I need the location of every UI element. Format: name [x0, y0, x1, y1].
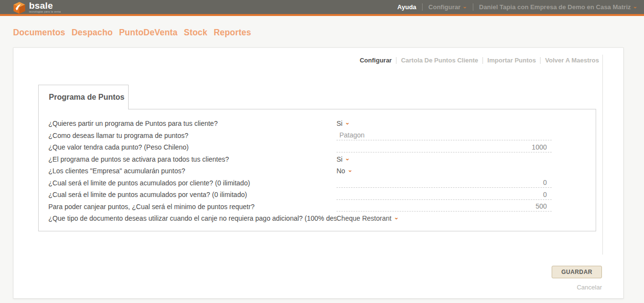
form-row: ¿Cual será el limite de puntos acumulado… — [39, 177, 596, 189]
number-input-cual-ser-el-limite-de-puntos-acumulados-[interactable]: 0 — [337, 178, 552, 188]
field-value: 0 — [337, 190, 552, 200]
points-program-form: ¿Quieres partir un programa de Puntos pa… — [38, 109, 596, 231]
field-label: ¿Los clientes "Empresa" acumularán punto… — [48, 167, 337, 175]
top-header-bar: bsale tecnologias para la venta Ayuda Co… — [0, 0, 644, 14]
field-value: 500 — [337, 201, 552, 212]
subnav-separator — [396, 57, 396, 64]
field-label: ¿Cual será el limite de puntos acumulado… — [48, 191, 337, 198]
chevron-down-icon[interactable]: ⌄ — [345, 155, 350, 162]
subnav-separator — [483, 57, 483, 64]
nav-item-reportes[interactable]: Reportes — [214, 28, 251, 38]
number-input-para-poder-canjear-puntos-cual-ser-el-mi[interactable]: 500 — [337, 201, 552, 212]
field-value: Patagon — [337, 130, 552, 140]
subnav-item-volver-a-maestros[interactable]: Volver A Maestros — [545, 57, 599, 64]
main-nav: DocumentosDespachoPuntoDeVentaStockRepor… — [13, 28, 251, 38]
vertical-divider — [602, 55, 603, 255]
orange-accent-bar — [0, 14, 644, 16]
subnav-item-importar-puntos[interactable]: Importar Puntos — [487, 57, 536, 64]
nav-item-despacho[interactable]: Despacho — [72, 28, 113, 38]
nav-item-documentos[interactable]: Documentos — [13, 28, 65, 38]
form-row: ¿Cual será el limite de puntos acumulado… — [39, 189, 596, 201]
subnav: ConfigurarCartola De Puntos ClienteImpor… — [360, 57, 599, 64]
form-rows: ¿Quieres partir un programa de Puntos pa… — [39, 118, 596, 225]
tab-title: Programa de Puntos — [49, 93, 124, 102]
header-separator — [473, 3, 473, 11]
text-input-como-deseas-llamar-tu-programa-de-puntos[interactable]: Patagon — [337, 130, 552, 140]
chevron-down-icon[interactable]: ⌄ — [463, 3, 467, 10]
field-label: ¿Como deseas llamar tu programa de punto… — [48, 132, 337, 139]
user-account-menu[interactable]: Daniel Tapia con Empresa de Demo en Casa… — [479, 3, 631, 11]
form-row: ¿Los clientes "Empresa" acumularán punto… — [39, 165, 596, 177]
chevron-down-icon[interactable]: ⌄ — [633, 3, 637, 10]
select-los-clientes-empresa-acumular-n-puntos[interactable]: No — [337, 167, 345, 175]
field-value: No⌄ — [337, 167, 552, 175]
field-label: ¿Quieres partir un programa de Puntos pa… — [48, 120, 337, 127]
field-label: Para poder canjear puntos, ¿Cual será el… — [48, 203, 337, 211]
number-input-que-valor-tendra-cada-punto-peso-chileno[interactable]: 1000 — [337, 142, 552, 152]
field-value: 0 — [337, 178, 552, 188]
select-que-tipo-de-documento-deseas-utilizar-cu[interactable]: Cheque Restorant — [337, 214, 392, 222]
content-panel: ConfigurarCartola De Puntos ClienteImpor… — [13, 47, 624, 299]
select-el-programa-de-puntos-se-activara-para-t[interactable]: Si — [337, 155, 342, 163]
form-row: ¿Quieres partir un programa de Puntos pa… — [39, 118, 596, 130]
field-label: ¿Que tipo de documento deseas utilizar c… — [48, 214, 337, 222]
field-label: ¿Cual será el limite de puntos acumulado… — [48, 179, 337, 187]
nav-item-stock[interactable]: Stock — [184, 28, 207, 38]
number-input-cual-ser-el-limite-de-puntos-acumulados-[interactable]: 0 — [337, 190, 552, 200]
subnav-item-cartola-de-puntos-cliente[interactable]: Cartola De Puntos Cliente — [401, 57, 478, 64]
field-value: Si⌄ — [337, 120, 552, 127]
form-row: ¿Como deseas llamar tu programa de punto… — [39, 130, 596, 142]
save-button[interactable]: GUARDAR — [552, 266, 602, 278]
cancel-link[interactable]: Cancelar — [577, 284, 602, 291]
bsale-logo-icon — [13, 1, 26, 14]
subnav-item-configurar[interactable]: Configurar — [360, 57, 392, 64]
bsale-logo[interactable]: bsale tecnologias para la venta — [13, 0, 61, 14]
chevron-down-icon[interactable]: ⌄ — [394, 214, 399, 221]
form-row: ¿Que valor tendra cada punto? (Peso Chil… — [39, 141, 596, 153]
form-row: ¿El programa de puntos se activara para … — [39, 153, 596, 166]
chevron-down-icon[interactable]: ⌄ — [345, 119, 350, 126]
form-row: Para poder canjear puntos, ¿Cual será el… — [39, 201, 596, 213]
configure-menu[interactable]: Configurar — [428, 3, 460, 11]
field-value: Cheque Restorant⌄ — [337, 214, 552, 222]
header-separator — [422, 3, 423, 11]
tab-programa-de-puntos[interactable]: Programa de Puntos — [38, 85, 129, 109]
brand-name: bsale — [29, 1, 61, 10]
subnav-separator — [540, 57, 541, 64]
select-quieres-partir-un-programa-de-puntos-par[interactable]: Si — [337, 120, 342, 127]
help-link[interactable]: Ayuda — [397, 3, 416, 11]
field-label: ¿Que valor tendra cada punto? (Peso Chil… — [48, 143, 337, 151]
field-value: Si⌄ — [337, 155, 552, 163]
brand-tagline: tecnologias para la venta — [29, 11, 61, 13]
chevron-down-icon[interactable]: ⌄ — [348, 167, 352, 173]
form-row: ¿Que tipo de documento deseas utilizar c… — [39, 212, 596, 225]
field-label: ¿El programa de puntos se activara para … — [48, 155, 337, 163]
nav-item-puntodeventa[interactable]: PuntoDeVenta — [119, 28, 177, 38]
field-value: 1000 — [337, 142, 552, 152]
